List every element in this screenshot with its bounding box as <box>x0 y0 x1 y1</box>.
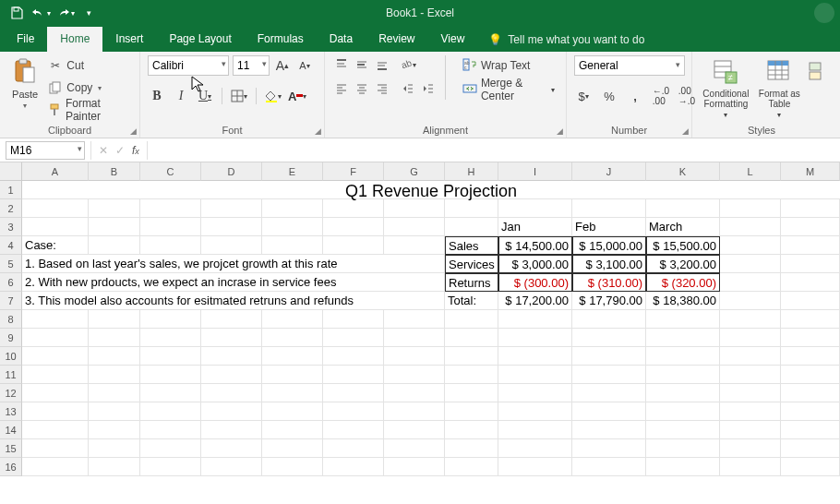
clipboard-dialog-launcher[interactable]: ◢ <box>128 126 138 136</box>
cell[interactable]: March <box>646 218 720 236</box>
cell[interactable]: Total: <box>445 292 498 310</box>
align-bottom-button[interactable] <box>373 55 391 74</box>
cell[interactable]: Sales <box>445 236 498 255</box>
alignment-dialog-launcher[interactable]: ◢ <box>555 126 564 136</box>
col-header[interactable]: M <box>781 162 840 181</box>
increase-indent-button[interactable] <box>419 79 438 98</box>
tab-review[interactable]: Review <box>366 27 427 52</box>
cell[interactable]: $ 15,000.00 <box>572 236 646 255</box>
col-header[interactable]: E <box>262 162 323 181</box>
tab-formulas[interactable]: Formulas <box>245 27 317 52</box>
accounting-format-button[interactable]: $▾ <box>574 87 593 105</box>
col-header[interactable]: G <box>384 162 445 181</box>
col-header[interactable]: B <box>89 162 140 181</box>
wrap-text-button[interactable]: abcWrap Text <box>459 55 558 76</box>
cell[interactable]: $ (300.00) <box>498 273 572 292</box>
undo-icon[interactable]: ▾ <box>30 2 52 24</box>
row-header[interactable]: 11 <box>0 366 22 384</box>
font-color-button[interactable]: A▾ <box>288 87 306 105</box>
col-header[interactable]: C <box>140 162 201 181</box>
col-header[interactable]: A <box>22 162 89 181</box>
account-avatar[interactable] <box>814 3 834 23</box>
format-as-table-button[interactable]: Format as Table▾ <box>758 55 801 119</box>
col-header[interactable]: I <box>498 162 572 181</box>
cell[interactable]: $ (320.00) <box>646 273 720 292</box>
increase-font-button[interactable]: A▴ <box>273 56 292 75</box>
font-name-combo[interactable]: Calibri▾ <box>148 55 229 76</box>
align-middle-button[interactable] <box>353 55 371 74</box>
cell[interactable]: $ 3,100.00 <box>572 255 646 273</box>
row-header[interactable]: 13 <box>0 402 22 421</box>
row-header[interactable]: 1 <box>0 181 22 199</box>
fx-icon[interactable]: fx <box>132 144 139 157</box>
row-header[interactable]: 12 <box>0 384 22 402</box>
tab-page-layout[interactable]: Page Layout <box>156 27 244 52</box>
orientation-button[interactable]: ab▾ <box>399 55 417 74</box>
formula-input[interactable] <box>147 141 840 160</box>
cell-styles-button[interactable] <box>807 55 823 87</box>
qat-customize-icon[interactable]: ▾ <box>78 2 100 24</box>
cell[interactable]: $ 3,200.00 <box>646 255 720 273</box>
tab-home[interactable]: Home <box>47 27 102 52</box>
cell[interactable]: $ 17,200.00 <box>498 292 572 310</box>
align-top-button[interactable] <box>332 55 351 74</box>
align-center-button[interactable] <box>353 79 371 98</box>
decrease-font-button[interactable]: A▾ <box>295 56 314 75</box>
tell-me-search[interactable]: 💡 Tell me what you want to do <box>477 28 655 52</box>
enter-formula-icon[interactable]: ✓ <box>115 144 125 157</box>
cell[interactable]: $ 17,790.00 <box>572 292 646 310</box>
align-right-button[interactable] <box>373 79 391 98</box>
col-header[interactable]: H <box>445 162 498 181</box>
cell[interactable]: $ 3,000.00 <box>498 255 572 273</box>
cell[interactable]: Feb <box>572 218 646 236</box>
row-header[interactable]: 8 <box>0 310 22 329</box>
cell[interactable]: $ (310.00) <box>572 273 646 292</box>
row-header[interactable]: 15 <box>0 439 22 458</box>
bold-button[interactable]: B <box>148 87 166 105</box>
col-header[interactable]: K <box>646 162 720 181</box>
format-painter-button[interactable]: Format Painter <box>48 100 132 120</box>
borders-button[interactable]: ▾ <box>230 87 248 105</box>
copy-button[interactable]: Copy▾ <box>48 78 132 98</box>
cancel-formula-icon[interactable]: ✕ <box>99 144 108 157</box>
row-header[interactable]: 14 <box>0 421 22 439</box>
tab-data[interactable]: Data <box>317 27 366 52</box>
redo-icon[interactable]: ▾ <box>54 2 76 24</box>
col-header[interactable]: L <box>720 162 781 181</box>
cell[interactable]: 2. With new prdoucts, we expect an incra… <box>22 273 445 292</box>
merge-center-button[interactable]: Merge & Center▾ <box>459 79 558 100</box>
paste-button[interactable]: Paste ▾ <box>7 55 42 110</box>
cell[interactable]: Returns <box>445 273 498 292</box>
percent-format-button[interactable]: % <box>600 87 618 105</box>
tab-insert[interactable]: Insert <box>102 27 156 52</box>
number-format-combo[interactable]: General▾ <box>574 55 685 76</box>
cell[interactable]: $ 14,500.00 <box>498 236 572 255</box>
tab-file[interactable]: File <box>4 27 47 52</box>
align-left-button[interactable] <box>332 79 351 98</box>
comma-format-button[interactable]: , <box>626 87 644 105</box>
increase-decimal-button[interactable]: ←.0.00 <box>652 87 670 105</box>
cell[interactable]: Services <box>445 255 498 273</box>
fill-color-button[interactable]: ▾ <box>264 87 282 105</box>
cell[interactable]: Jan <box>498 218 572 236</box>
col-header[interactable]: F <box>323 162 384 181</box>
row-header[interactable]: 16 <box>0 458 22 476</box>
row-header[interactable]: 10 <box>0 347 22 366</box>
cell[interactable]: $ 15,500.00 <box>646 236 720 255</box>
cut-button[interactable]: ✂Cut <box>48 55 132 76</box>
row-header[interactable]: 7 <box>0 292 22 310</box>
row-header[interactable]: 5 <box>0 255 22 273</box>
underline-button[interactable]: U▾ <box>196 87 214 105</box>
row-header[interactable]: 4 <box>0 236 22 255</box>
conditional-formatting-button[interactable]: ≠ Conditional Formatting▾ <box>700 55 752 119</box>
title-cell[interactable]: Q1 Revenue Projection <box>22 181 840 201</box>
col-header[interactable]: D <box>201 162 262 181</box>
tab-view[interactable]: View <box>428 27 478 52</box>
cell[interactable]: $ 18,380.00 <box>646 292 720 310</box>
save-icon[interactable] <box>6 2 28 24</box>
row-header[interactable]: 9 <box>0 329 22 347</box>
decrease-indent-button[interactable] <box>399 79 417 98</box>
name-box[interactable]: M16▾ <box>6 141 85 160</box>
italic-button[interactable]: I <box>172 87 190 105</box>
cell[interactable]: Case: <box>22 236 89 255</box>
